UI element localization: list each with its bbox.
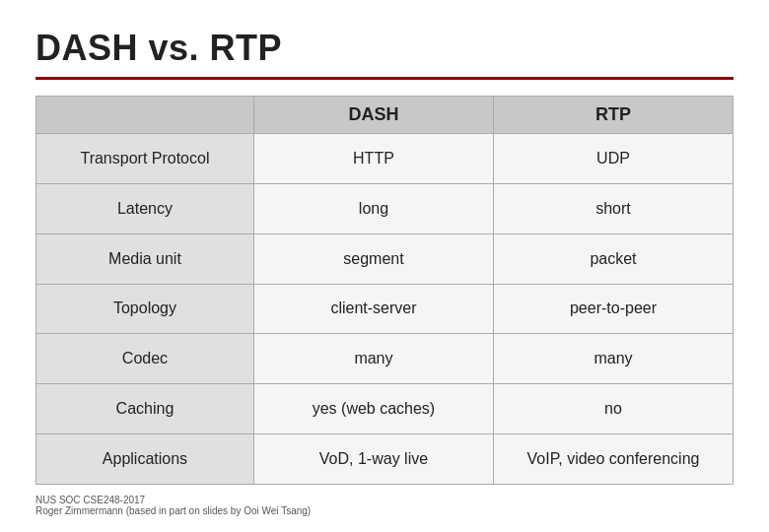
page: DASH vs. RTP DASH RTP Transport Protocol… xyxy=(0,0,769,532)
row-label: Topology xyxy=(36,284,254,334)
row-label: Media unit xyxy=(36,233,254,284)
footer: NUS SOC CSE248-2017 Roger Zimmermann (ba… xyxy=(35,495,734,516)
table-row: Transport ProtocolHTTPUDP xyxy=(36,134,734,184)
row-dash-value: VoD, 1-way live xyxy=(253,434,493,485)
row-label: Latency xyxy=(36,183,254,233)
row-dash-value: HTTP xyxy=(253,134,493,184)
header-dash: DASH xyxy=(253,97,493,134)
table-row: Codecmanymany xyxy=(36,334,734,384)
row-label: Caching xyxy=(36,384,254,434)
row-rtp-value: packet xyxy=(493,233,733,284)
header-rtp: RTP xyxy=(493,97,733,134)
row-dash-value: long xyxy=(253,183,493,233)
row-label: Applications xyxy=(36,434,254,485)
row-rtp-value: no xyxy=(493,384,733,434)
table-row: Latencylongshort xyxy=(36,183,734,233)
row-rtp-value: VoIP, video conferencing xyxy=(493,434,733,485)
table-row: ApplicationsVoD, 1-way liveVoIP, video c… xyxy=(36,434,734,485)
row-dash-value: many xyxy=(253,334,493,384)
row-rtp-value: UDP xyxy=(493,134,733,184)
table-row: Topologyclient-serverpeer-to-peer xyxy=(36,284,734,334)
page-title: DASH vs. RTP xyxy=(35,28,734,69)
row-rtp-value: short xyxy=(493,183,733,233)
table-row: Media unitsegmentpacket xyxy=(36,233,734,284)
row-dash-value: client-server xyxy=(253,284,493,334)
table-header-row: DASH RTP xyxy=(36,97,734,134)
row-dash-value: yes (web caches) xyxy=(253,384,493,434)
row-label: Transport Protocol xyxy=(36,134,254,184)
header-empty xyxy=(36,97,254,134)
row-label: Codec xyxy=(36,334,254,384)
footer-line2: Roger Zimmermann (based in part on slide… xyxy=(35,505,734,516)
row-rtp-value: peer-to-peer xyxy=(493,284,733,334)
footer-line1: NUS SOC CSE248-2017 xyxy=(35,495,734,505)
table-row: Cachingyes (web caches)no xyxy=(36,384,734,434)
title-divider xyxy=(35,77,734,80)
row-rtp-value: many xyxy=(493,334,733,384)
comparison-table: DASH RTP Transport ProtocolHTTPUDPLatenc… xyxy=(35,96,734,485)
row-dash-value: segment xyxy=(253,233,493,284)
